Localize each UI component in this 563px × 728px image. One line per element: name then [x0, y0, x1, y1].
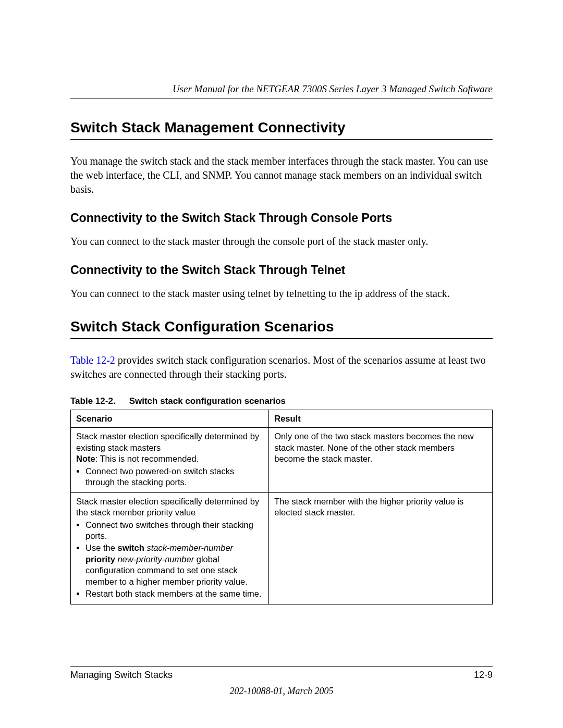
document-page: User Manual for the NETGEAR 7300S Series… [0, 0, 563, 728]
page-footer: Managing Switch Stacks 12-9 202-10088-01… [70, 666, 493, 697]
table-cell-result: Only one of the two stack masters become… [269, 428, 493, 492]
section-heading-scenarios: Switch Stack Configuration Scenarios [70, 318, 493, 339]
note-label: Note [76, 454, 95, 463]
table-cell-scenario: Stack master election specifically deter… [71, 428, 269, 492]
paragraph: You can connect to the stack master thro… [70, 235, 493, 249]
cmd-bold: priority [85, 554, 115, 564]
table-header-result: Result [269, 410, 493, 428]
table-caption-label: Table 12-2. [70, 396, 116, 406]
paragraph: Table 12-2 provides switch stack configu… [70, 353, 493, 381]
cmd-text: Use the [85, 543, 117, 552]
cell-bullet-list: Connect two powered-on switch stacks thr… [76, 466, 263, 488]
footer-chapter: Managing Switch Stacks [70, 670, 173, 681]
cell-text: Stack master election specifically deter… [76, 431, 259, 452]
note-text: : This is not recommended. [95, 454, 199, 463]
cmd-bold: switch [117, 543, 144, 552]
list-item: Use the switch stack-member-number prior… [85, 542, 263, 587]
table-row: Stack master election specifically deter… [71, 428, 493, 492]
table-caption-title: Switch stack configuration scenarios [129, 396, 286, 406]
cell-bullet-list: Connect two switches through their stack… [76, 520, 263, 600]
subsection-heading-telnet: Connectivity to the Switch Stack Through… [70, 263, 493, 277]
section-heading-management: Switch Stack Management Connectivity [70, 119, 493, 140]
paragraph: You can connect to the stack master usin… [70, 287, 493, 301]
list-item: Connect two switches through their stack… [85, 520, 263, 542]
table-crossref-link[interactable]: Table 12-2 [70, 354, 115, 366]
table-header-row: Scenario Result [71, 410, 493, 428]
cmd-italic: stack-member-number [144, 543, 233, 552]
table-row: Stack master election specifically deter… [71, 492, 493, 604]
table-cell-result: The stack member with the higher priorit… [269, 492, 493, 604]
footer-docref: 202-10088-01, March 2005 [70, 686, 493, 697]
cmd-italic: new-priority-number [115, 554, 194, 564]
table-header-scenario: Scenario [71, 410, 269, 428]
footer-row: Managing Switch Stacks 12-9 [70, 670, 493, 681]
paragraph-text: provides switch stack configuration scen… [70, 354, 486, 380]
list-item: Connect two powered-on switch stacks thr… [85, 466, 263, 488]
paragraph: You manage the switch stack and the stac… [70, 154, 493, 196]
table-cell-scenario: Stack master election specifically deter… [71, 492, 269, 604]
running-header: User Manual for the NETGEAR 7300S Series… [70, 83, 493, 98]
footer-page-number: 12-9 [474, 670, 493, 681]
scenarios-table: Scenario Result Stack master election sp… [70, 410, 493, 604]
table-caption: Table 12-2.Switch stack configuration sc… [70, 396, 493, 406]
cell-text: Stack master election specifically deter… [76, 497, 259, 517]
subsection-heading-console: Connectivity to the Switch Stack Through… [70, 211, 493, 225]
list-item: Restart both stack members at the same t… [85, 588, 263, 599]
footer-rule [70, 666, 493, 667]
